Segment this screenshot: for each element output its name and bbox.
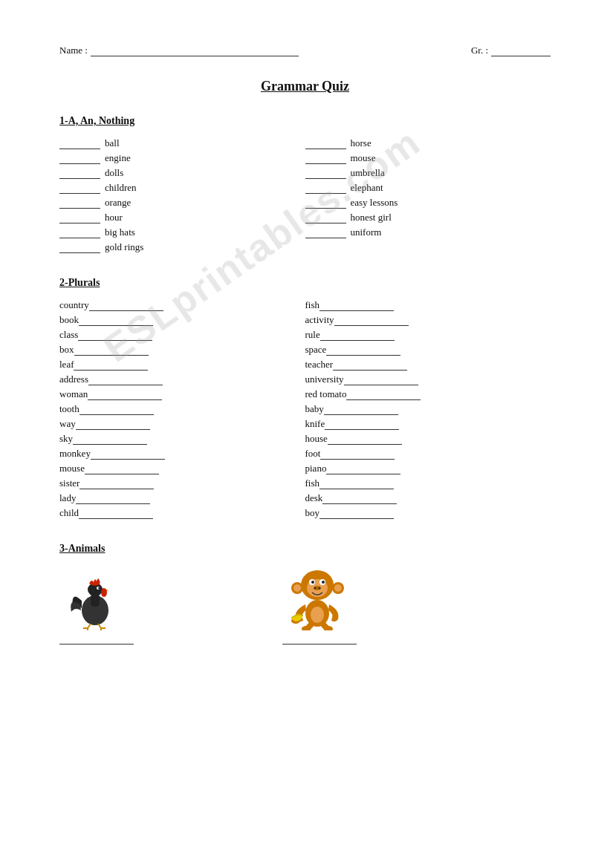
plural-blank[interactable]: [334, 316, 409, 326]
plural-blank[interactable]: [326, 346, 400, 356]
plural-item: monkey: [59, 448, 305, 460]
plural-word: box: [59, 344, 74, 356]
article-item: engine: [59, 152, 305, 164]
article-item: honest girl: [305, 212, 551, 223]
rooster-answer-line[interactable]: [59, 635, 134, 645]
plural-blank[interactable]: [78, 331, 152, 341]
plural-blank[interactable]: [85, 465, 159, 474]
section2-grid: countrybookclassboxleafaddresswomantooth…: [59, 299, 551, 522]
plural-blank[interactable]: [344, 376, 418, 385]
plural-blank[interactable]: [76, 420, 150, 430]
article-item: uniform: [305, 226, 551, 238]
plural-blank[interactable]: [320, 331, 395, 341]
gr-label: Gr. :: [471, 45, 488, 56]
plural-blank[interactable]: [326, 465, 400, 474]
article-word: easy lessons: [348, 197, 398, 209]
plural-blank[interactable]: [73, 435, 147, 445]
article-blank[interactable]: [59, 184, 100, 194]
article-blank[interactable]: [305, 169, 346, 179]
plural-blank[interactable]: [74, 346, 149, 356]
monkey-answer-line[interactable]: [282, 635, 357, 645]
plural-blank[interactable]: [333, 361, 407, 371]
article-item: elephant: [305, 182, 551, 194]
section1-left-col: ballenginedollschildrenorangehourbig hat…: [59, 137, 305, 256]
article-word: umbrella: [348, 167, 385, 179]
plural-blank[interactable]: [324, 405, 398, 415]
section2-title: 2-Plurals: [59, 277, 551, 289]
plural-word: tooth: [59, 403, 80, 415]
plural-word: book: [59, 314, 79, 326]
section3-title: 3-Animals: [59, 543, 551, 555]
plural-item: way: [59, 418, 305, 430]
plural-item: rule: [305, 329, 551, 341]
article-blank[interactable]: [305, 140, 346, 149]
article-blank[interactable]: [59, 199, 100, 209]
plural-blank[interactable]: [76, 495, 150, 504]
section-article: 1-A, An, Nothing ballenginedollschildren…: [59, 115, 551, 256]
section2-left-col: countrybookclassboxleafaddresswomantooth…: [59, 299, 305, 522]
plural-item: address: [59, 373, 305, 385]
plural-blank[interactable]: [319, 480, 394, 489]
name-input-line[interactable]: [91, 46, 299, 56]
plural-word: boy: [305, 507, 320, 519]
plural-blank[interactable]: [91, 450, 165, 460]
plural-blank[interactable]: [322, 495, 397, 504]
article-blank[interactable]: [305, 154, 346, 164]
plural-word: leaf: [59, 359, 74, 371]
svg-point-6: [98, 587, 100, 589]
plural-item: mouse: [59, 463, 305, 474]
plural-blank[interactable]: [80, 480, 154, 489]
plural-blank[interactable]: [319, 301, 394, 311]
plural-word: fish: [305, 299, 320, 311]
plural-item: knife: [305, 418, 551, 430]
article-blank[interactable]: [59, 169, 100, 179]
plural-blank[interactable]: [88, 376, 163, 385]
article-blank[interactable]: [59, 154, 100, 164]
plural-blank[interactable]: [328, 435, 402, 445]
plural-blank[interactable]: [320, 450, 395, 460]
plural-item: boy: [305, 507, 551, 519]
article-word: dolls: [102, 167, 123, 179]
plural-blank[interactable]: [319, 509, 394, 519]
plural-blank[interactable]: [346, 391, 421, 400]
plural-word: house: [305, 433, 328, 445]
article-blank[interactable]: [305, 184, 346, 194]
article-blank[interactable]: [59, 229, 100, 238]
article-blank[interactable]: [59, 214, 100, 223]
article-blank[interactable]: [59, 244, 100, 253]
plural-item: sister: [59, 477, 305, 489]
monkey-icon: [290, 567, 349, 630]
article-word: hour: [102, 212, 123, 223]
plural-item: foot: [305, 448, 551, 460]
plural-blank[interactable]: [325, 420, 399, 430]
plural-word: piano: [305, 463, 327, 474]
plural-blank[interactable]: [80, 405, 154, 415]
gr-field: Gr. :: [471, 45, 551, 56]
plural-item: child: [59, 507, 305, 519]
article-blank[interactable]: [305, 199, 346, 209]
article-blank[interactable]: [305, 214, 346, 223]
plural-blank[interactable]: [79, 316, 153, 326]
section-plurals: 2-Plurals countrybookclassboxleafaddress…: [59, 277, 551, 522]
plural-word: foot: [305, 448, 321, 460]
article-word: uniform: [348, 226, 382, 238]
plural-item: book: [59, 314, 305, 326]
plural-blank[interactable]: [74, 361, 148, 371]
plural-blank[interactable]: [79, 509, 153, 519]
article-blank[interactable]: [305, 229, 346, 238]
plural-item: teacher: [305, 359, 551, 371]
animal-monkey: [282, 565, 357, 645]
plural-blank[interactable]: [89, 301, 163, 311]
plural-blank[interactable]: [88, 391, 162, 400]
svg-line-10: [98, 624, 101, 628]
article-item: big hats: [59, 226, 305, 238]
article-item: orange: [59, 197, 305, 209]
plural-word: baby: [305, 403, 324, 415]
article-blank[interactable]: [59, 140, 100, 149]
section1-title: 1-A, An, Nothing: [59, 115, 551, 127]
plural-item: activity: [305, 314, 551, 326]
plural-word: mouse: [59, 463, 85, 474]
plural-word: class: [59, 329, 78, 341]
plural-item: fish: [305, 299, 551, 311]
gr-input-line[interactable]: [491, 46, 551, 56]
